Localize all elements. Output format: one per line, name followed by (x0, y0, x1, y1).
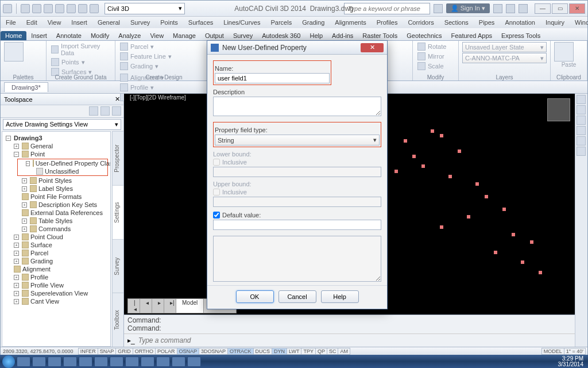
tree-item[interactable]: +Profile (6, 273, 109, 281)
sb-otrack[interactable]: OTRACK (227, 348, 254, 355)
tab-annotate[interactable]: Annotate (52, 31, 86, 40)
tab-featapps[interactable]: Featured Apps (446, 31, 497, 40)
sb-model[interactable]: MODEL (541, 348, 564, 355)
tree-udp-classifications[interactable]: −User-Defined Property Classific... (18, 159, 107, 167)
tab-a360[interactable]: Autodesk 360 (257, 31, 305, 40)
clock[interactable]: 3:29 PM3/31/2014 (558, 356, 586, 367)
taskbar-app-icon[interactable] (141, 356, 154, 367)
menu-bar[interactable]: File Edit View Insert General Survey Poi… (1, 17, 587, 28)
mirror-button[interactable]: Mirror (416, 52, 455, 61)
taskbar-app-icon[interactable] (17, 356, 30, 367)
layout-model[interactable]: Model (176, 298, 204, 313)
tab-addins[interactable]: Add-ins (327, 31, 358, 40)
sb-dyn[interactable]: DYN (272, 348, 287, 355)
tab-modify[interactable]: Modify (86, 31, 114, 40)
menu-parcels[interactable]: Parcels (265, 19, 297, 26)
menu-pipes[interactable]: Pipes (474, 19, 500, 26)
menu-profiles[interactable]: Profiles (372, 19, 403, 26)
menu-file[interactable]: File (1, 19, 21, 26)
signin-button[interactable]: 👤 Sign In ▾ (446, 3, 490, 13)
layer-state-dropdown[interactable]: Unsaved Layer State▾ (462, 42, 547, 52)
undo-icon[interactable] (78, 4, 87, 13)
help-search-input[interactable] (344, 3, 430, 14)
sb-tpy[interactable]: TPY (301, 348, 316, 355)
document-tab[interactable]: Drawing3* (4, 82, 48, 92)
sidetab-survey[interactable]: Survey (113, 239, 123, 293)
menu-linescurves[interactable]: Lines/Curves (218, 19, 265, 26)
navbar-icon[interactable] (577, 147, 586, 156)
tree-item[interactable]: +Label Styles (6, 185, 109, 193)
tree-item[interactable]: +Cant View (6, 297, 109, 305)
settings-tree[interactable]: −Drawing3 +General −Point −User-Defined … (2, 131, 111, 347)
taskbar-app-icon[interactable] (187, 356, 201, 367)
cancel-button[interactable]: Cancel (278, 290, 316, 303)
layout-nav-first[interactable]: |◂ (127, 298, 140, 313)
tab-view[interactable]: View (145, 31, 168, 40)
windows-taskbar[interactable]: 3:29 PM3/31/2014 (0, 355, 588, 368)
menu-view[interactable]: View (42, 19, 67, 26)
tab-geotech[interactable]: Geotechnics (402, 31, 446, 40)
app-icon[interactable] (3, 4, 12, 13)
tree-item[interactable]: +Description Key Sets (6, 201, 109, 209)
plot-icon[interactable] (67, 4, 76, 13)
tree-item[interactable]: +Point Cloud (6, 233, 109, 241)
menu-points[interactable]: Points (155, 19, 183, 26)
taskbar-app-icon[interactable] (63, 356, 77, 367)
navbar-icon[interactable] (577, 95, 586, 104)
dialog-close-button[interactable]: ✕ (361, 43, 384, 52)
tree-item[interactable]: Point File Formats (6, 193, 109, 201)
dialog-titlebar[interactable]: New User-Defined Property ✕ (207, 41, 387, 55)
defaultvalue-checkbox[interactable] (213, 212, 220, 218)
menu-inquiry[interactable]: Inquiry (540, 19, 570, 26)
taskbar-app-icon[interactable] (156, 356, 170, 367)
taskbar-app-icon[interactable] (94, 356, 108, 367)
menu-sections[interactable]: Sections (439, 19, 474, 26)
featureline-button[interactable]: Feature Line ▾ (119, 52, 173, 61)
tab-insert[interactable]: Insert (26, 31, 52, 40)
layout-nav-next[interactable]: ▸ (152, 298, 164, 313)
rotate-button[interactable]: Rotate (416, 42, 455, 51)
taskbar-app-icon[interactable] (32, 356, 46, 367)
sb-sc[interactable]: SC (327, 348, 339, 355)
description-input[interactable] (213, 97, 381, 116)
import-survey-button[interactable]: Import Survey Data (50, 42, 111, 57)
menu-window[interactable]: Window (570, 19, 588, 26)
tree-item[interactable]: +Table Styles (6, 217, 109, 225)
tab-home[interactable]: Home (1, 31, 26, 40)
sb-qp[interactable]: QP (315, 348, 327, 355)
navbar-icon[interactable] (577, 105, 586, 114)
redo-icon[interactable] (90, 4, 99, 13)
scale-button[interactable]: Scale (416, 62, 455, 71)
taskbar-app-icon[interactable] (172, 356, 185, 367)
menu-general[interactable]: General (92, 19, 125, 26)
sidetab-prospector[interactable]: Prospector (113, 131, 123, 185)
sb-polar[interactable]: POLAR (155, 348, 177, 355)
navbar-icon[interactable] (577, 136, 586, 145)
start-button[interactable] (2, 355, 15, 368)
tab-output[interactable]: Output (200, 31, 229, 40)
tab-help[interactable]: Help (305, 31, 327, 40)
tree-item[interactable]: +Parcel (6, 249, 109, 257)
tree-item[interactable]: External Data References (6, 209, 109, 217)
sb-snap[interactable]: SNAP (98, 348, 117, 355)
fieldtype-dropdown[interactable]: String▾ (215, 135, 380, 145)
tree-item[interactable]: +Commands (6, 225, 109, 233)
menu-alignments[interactable]: Alignments (330, 19, 371, 26)
command-line[interactable]: Command: Command: ▸_ (124, 315, 575, 347)
system-tray[interactable]: 3:29 PM3/31/2014 (558, 356, 586, 367)
open-icon[interactable] (32, 4, 41, 13)
sidetab-settings[interactable]: Settings (113, 185, 123, 239)
help-icon[interactable] (519, 4, 528, 13)
profile-button[interactable]: Profile ▾ (119, 83, 165, 92)
menu-edit[interactable]: Edit (21, 19, 42, 26)
infocenter-icon[interactable] (434, 4, 443, 13)
toolspace-view-dropdown[interactable]: Active Drawing Settings View▾ (3, 119, 121, 130)
ok-button[interactable]: OK (236, 290, 274, 303)
menu-corridors[interactable]: Corridors (403, 19, 439, 26)
save-icon[interactable] (44, 4, 53, 13)
menu-surfaces[interactable]: Surfaces (183, 19, 218, 26)
menu-annotation[interactable]: Annotation (500, 19, 540, 26)
navbar-icon[interactable] (577, 126, 586, 135)
grading-button[interactable]: Grading ▾ (119, 62, 173, 71)
tab-express[interactable]: Express Tools (497, 31, 545, 40)
